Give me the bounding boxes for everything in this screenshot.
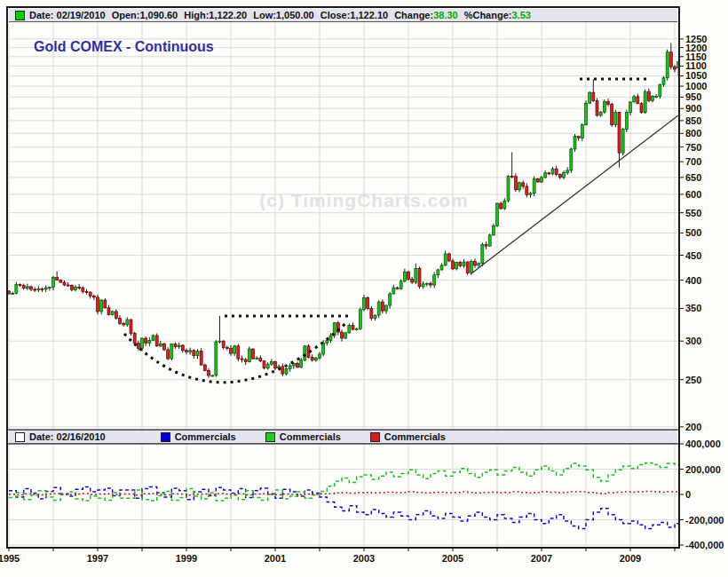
candle: [481, 242, 484, 266]
pct-change-label: %Change:: [464, 10, 512, 20]
candle: [67, 282, 69, 287]
tick-label: 600: [685, 189, 701, 200]
candle: [92, 295, 95, 300]
candle: [82, 287, 84, 294]
candle: [155, 334, 158, 347]
candle: [463, 259, 465, 268]
cot-date-value: 02/16/2010: [57, 431, 106, 442]
candle: [640, 102, 643, 114]
candle: [186, 349, 188, 355]
candle: [488, 233, 491, 247]
candle: [396, 287, 399, 289]
candle: [19, 283, 21, 287]
tick-label: 2009: [620, 553, 641, 564]
candle: [633, 95, 636, 103]
candle: [333, 322, 336, 338]
candle: [300, 358, 303, 368]
candle: [526, 183, 528, 197]
candle: [170, 344, 173, 360]
candle: [126, 317, 129, 327]
cot-legend-bar: Date: 02/16/2010 Commercials Commercials…: [9, 430, 677, 444]
candle: [503, 198, 506, 209]
cot-date-pair: Date: 02/16/2010: [29, 431, 106, 442]
legend-item-commercials-red: Commercials: [364, 431, 446, 442]
candle: [577, 136, 580, 141]
candle: [123, 322, 125, 327]
candle: [596, 98, 598, 116]
tick-label: 1995: [0, 553, 20, 564]
candle: [12, 292, 14, 295]
gold-cot-chart-page: { "title": "Gold COMEX - Continuous", "t…: [0, 0, 728, 577]
candle: [70, 284, 73, 291]
tick-label: 200: [685, 422, 701, 432]
tick-label: 2005: [442, 553, 463, 564]
candle: [193, 349, 195, 359]
cot-series-lines: [9, 462, 678, 528]
candle: [625, 110, 628, 132]
candle: [466, 261, 469, 275]
candle: [496, 202, 499, 226]
candle: [297, 361, 299, 368]
candle: [75, 285, 77, 291]
candle: [507, 175, 510, 202]
candle: [655, 94, 658, 99]
candle: [500, 202, 502, 209]
candle: [130, 319, 132, 336]
candlestick-series: [8, 43, 680, 377]
candle: [314, 357, 317, 362]
legend-item-commercials-green: Commercials: [259, 431, 341, 442]
tick-label: 1050: [685, 70, 707, 81]
candle: [533, 177, 535, 197]
open-value: 1,090.60: [139, 10, 178, 20]
candle: [514, 174, 517, 193]
candle: [63, 281, 66, 286]
tick-label: 1999: [176, 553, 197, 564]
candle: [589, 91, 591, 104]
candle: [408, 271, 410, 281]
candle: [607, 99, 610, 107]
date-pair: Date: 02/19/2010: [29, 10, 106, 20]
candle: [341, 329, 344, 342]
candle: [256, 356, 258, 360]
candle: [367, 296, 369, 311]
change-value: 38.30: [433, 10, 458, 20]
candle: [611, 103, 613, 127]
tick-label: 2003: [353, 553, 375, 564]
tick-label: 250: [685, 375, 701, 385]
candle: [644, 90, 646, 114]
candle: [544, 170, 547, 178]
candle: [400, 279, 402, 289]
pct-change-pair: %Change:3.53: [464, 10, 531, 20]
candle: [452, 258, 455, 270]
candle: [56, 272, 59, 281]
candle: [167, 347, 170, 360]
candle: [15, 281, 18, 294]
ohlc-info-bar: Date: 02/19/2010 Open:1,090.60 High:1,12…: [9, 9, 677, 22]
tick-label: 400,000: [685, 439, 721, 449]
candle: [659, 83, 661, 98]
candle: [385, 304, 388, 313]
candle: [111, 311, 114, 316]
candle: [492, 224, 495, 236]
tick-label: -400,000: [685, 540, 724, 550]
candle: [485, 241, 487, 249]
candle: [163, 343, 166, 352]
candle: [389, 292, 392, 309]
high-pair: High:1,122.20: [184, 10, 247, 20]
date-label: Date:: [29, 10, 54, 20]
candle: [218, 316, 221, 344]
candle: [281, 363, 284, 376]
tick-label: 450: [685, 250, 701, 261]
candle: [374, 314, 376, 320]
candle: [381, 299, 384, 313]
candle: [263, 360, 265, 370]
candle: [551, 167, 554, 175]
tick-label: 650: [685, 172, 701, 183]
candle: [248, 346, 250, 362]
tick-label: 800: [685, 128, 701, 138]
candle: [178, 343, 180, 349]
candle: [585, 100, 588, 125]
close-pair: Close:1,122.10: [320, 10, 388, 20]
candle: [196, 349, 199, 359]
candle: [304, 345, 306, 361]
